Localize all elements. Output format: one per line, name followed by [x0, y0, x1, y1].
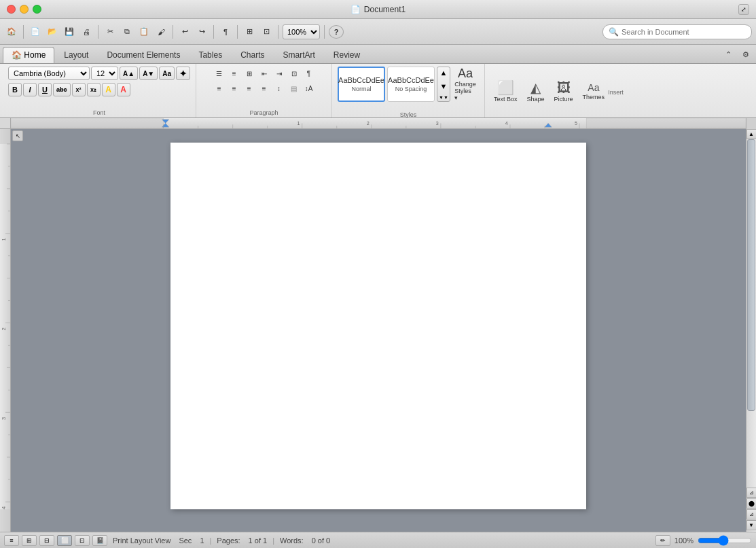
toolbar-newdoc-btn[interactable]: 📄	[28, 23, 43, 41]
svg-rect-1	[11, 118, 164, 128]
strikethrough-btn[interactable]: abc	[53, 83, 71, 96]
minimize-button[interactable]	[20, 5, 29, 14]
view-outline-btn[interactable]: ⊞	[22, 535, 37, 546]
vertical-scrollbar[interactable]: ▲ ⊿ ⬤ ⊿ ▼	[746, 129, 756, 532]
multilevel-btn[interactable]: ⊞	[242, 67, 256, 80]
align-left-btn[interactable]: ≡	[213, 81, 226, 95]
tab-review[interactable]: Review	[325, 47, 369, 63]
superscript-btn[interactable]: x²	[72, 83, 86, 96]
track-changes-btn[interactable]: ✏	[655, 535, 670, 546]
font-group-label: Font	[93, 109, 105, 116]
zoom-percent-label: 100%	[674, 536, 694, 545]
editor-area[interactable]: ↖	[11, 129, 746, 532]
toolbar-home-btn[interactable]: 🏠	[4, 23, 19, 41]
underline-btn[interactable]: U	[38, 83, 52, 96]
view-publishing-btn[interactable]: ⊟	[39, 535, 54, 546]
ribbon-options-btn[interactable]: ⚙	[738, 45, 753, 63]
scroll-down-arrow[interactable]: ▼	[746, 520, 757, 530]
font-case-btn[interactable]: Aa	[159, 67, 175, 80]
close-button[interactable]	[7, 5, 16, 14]
tab-home[interactable]: 🏠 Home	[3, 47, 54, 63]
toolbar-undo-btn[interactable]: ↩	[177, 23, 192, 41]
search-box[interactable]: 🔍	[602, 24, 752, 39]
toolbar-sep-1	[23, 25, 24, 39]
textbox-btn[interactable]: ⬜ Text Box	[490, 75, 521, 108]
document-page[interactable]	[170, 143, 586, 509]
toolbar-cut-btn[interactable]: ✂	[103, 23, 118, 41]
justify-btn[interactable]: ≡	[257, 81, 271, 95]
style-no-spacing[interactable]: AaBbCcDdEe No Spacing	[387, 67, 435, 102]
svg-text:1: 1	[298, 122, 300, 126]
svg-text:1: 1	[1, 238, 7, 240]
scroll-track[interactable]	[746, 139, 756, 486]
status-sep-2: |	[272, 536, 274, 545]
view-print-layout-btn[interactable]: ⬜	[57, 535, 72, 546]
toolbar-format-painter-btn[interactable]: 🖌	[154, 23, 168, 41]
window-resize-btn[interactable]: ⤢	[738, 4, 749, 15]
pages-value: 1 of 1	[249, 536, 268, 545]
zoom-slider[interactable]	[698, 535, 752, 546]
change-styles-btn[interactable]: Aa ChangeStyles ▾	[452, 68, 479, 101]
zoom-select[interactable]: 100%	[283, 24, 320, 39]
toolbar-open-btn[interactable]: 📂	[45, 23, 60, 41]
tab-tables[interactable]: Tables	[190, 47, 231, 63]
scroll-thumb[interactable]	[747, 139, 755, 411]
tab-smartart[interactable]: SmartArt	[274, 47, 323, 63]
font-clear-btn[interactable]: ✦	[176, 67, 190, 80]
bold-btn[interactable]: B	[8, 83, 22, 96]
change-styles-label: ChangeStyles ▾	[454, 81, 476, 101]
view-notebook-btn[interactable]: 📓	[92, 535, 107, 546]
toolbar-show-formatting-btn[interactable]: ¶	[218, 23, 233, 41]
style-normal-label: Normal	[352, 86, 372, 92]
font-color-btn[interactable]: A	[117, 83, 130, 96]
shading-btn[interactable]: ▤	[287, 81, 301, 95]
toolbar-redo-btn[interactable]: ↪	[194, 23, 209, 41]
subscript-btn[interactable]: x₂	[87, 83, 101, 96]
font-highlight-btn[interactable]: A	[102, 83, 115, 96]
scroll-up-arrow[interactable]: ▲	[746, 129, 757, 139]
show-para-btn[interactable]: ¶	[302, 67, 316, 80]
sort-btn[interactable]: ↕A	[302, 81, 316, 95]
toolbar-save-btn[interactable]: 💾	[62, 23, 77, 41]
scroll-prev-page-btn[interactable]: ⊿	[746, 488, 757, 498]
tab-document-elements[interactable]: Document Elements	[98, 47, 189, 63]
toolbar-sep-4	[213, 25, 214, 39]
decrease-indent-btn[interactable]: ⇤	[257, 67, 271, 80]
increase-indent-btn[interactable]: ⇥	[272, 67, 286, 80]
resize-icon[interactable]: ⤢	[738, 4, 749, 15]
toolbar-document-view-btn[interactable]: ⊡	[259, 23, 274, 41]
view-web-layout-btn[interactable]: ⊡	[75, 535, 90, 546]
font-size-increase-btn[interactable]: A▲	[120, 67, 138, 80]
tab-layout[interactable]: Layout	[55, 47, 97, 63]
picture-label: Picture	[554, 96, 573, 103]
shape-btn[interactable]: ◭ Shape	[524, 75, 548, 108]
scroll-next-page-btn[interactable]: ⊿	[746, 509, 757, 519]
view-normal-btn[interactable]: ≡	[4, 535, 19, 546]
borders-btn[interactable]: ⊡	[287, 67, 301, 80]
styles-more-btn[interactable]: ▲ ▼ ▼▼	[437, 67, 450, 102]
window-controls[interactable]	[7, 5, 41, 14]
scroll-goto-btn[interactable]: ⬤	[746, 498, 757, 509]
font-size-select[interactable]: 12	[91, 67, 118, 80]
themes-btn[interactable]: Aa Themes	[579, 75, 609, 108]
maximize-button[interactable]	[33, 5, 41, 14]
ribbon-collapse-btn[interactable]: ⌃	[721, 45, 736, 63]
search-input[interactable]	[622, 28, 746, 36]
numbering-btn[interactable]: ≡	[228, 67, 241, 80]
toolbar-view-options-btn[interactable]: ⊞	[242, 23, 257, 41]
toolbar-paste-btn[interactable]: 📋	[137, 23, 151, 41]
picture-btn[interactable]: 🖼 Picture	[551, 75, 577, 108]
align-center-btn[interactable]: ≡	[228, 81, 241, 95]
bullets-btn[interactable]: ☰	[213, 67, 226, 80]
collapse-ruler-btn[interactable]: ↖	[12, 130, 23, 141]
toolbar-print-btn[interactable]: 🖨	[79, 23, 94, 41]
align-right-btn[interactable]: ≡	[242, 81, 256, 95]
tab-charts[interactable]: Charts	[232, 47, 273, 63]
font-size-decrease-btn[interactable]: A▼	[139, 67, 158, 80]
font-family-select[interactable]: Cambria (Body)	[8, 67, 90, 80]
italic-btn[interactable]: I	[23, 83, 37, 96]
line-spacing-btn[interactable]: ↕	[272, 81, 286, 95]
toolbar-copy-btn[interactable]: ⧉	[120, 23, 134, 41]
toolbar-help-btn[interactable]: ?	[329, 25, 344, 39]
style-normal[interactable]: AaBbCcDdEe Normal	[338, 67, 385, 102]
